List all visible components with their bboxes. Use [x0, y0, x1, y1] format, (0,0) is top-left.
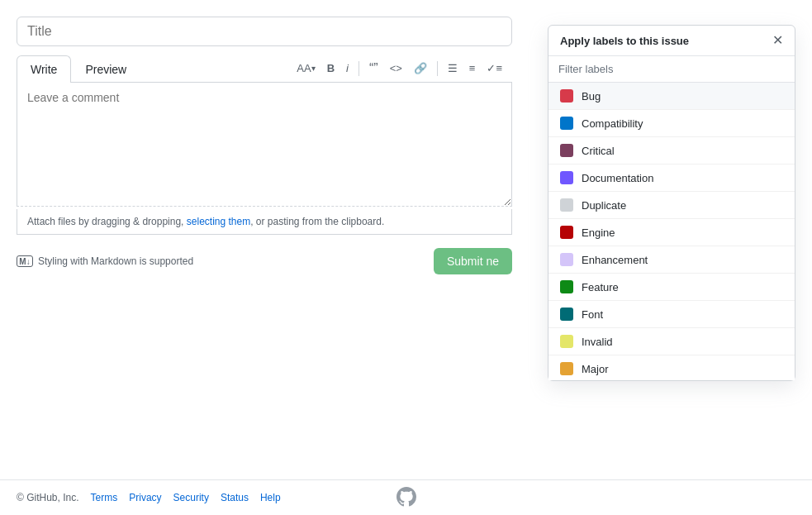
- labels-dropdown: Apply labels to this issue ✕ BugCompatib…: [548, 25, 795, 381]
- toolbar-separator-1: [359, 61, 359, 76]
- label-name: Invalid: [582, 336, 613, 348]
- label-item[interactable]: Enhancement: [548, 246, 795, 274]
- label-color-dot: [560, 117, 573, 130]
- label-color-dot: [560, 335, 573, 348]
- footer-link-security[interactable]: Security: [173, 492, 209, 503]
- label-item[interactable]: Compatibility: [548, 110, 795, 137]
- markdown-text: Styling with Markdown is supported: [38, 255, 193, 267]
- dropdown-header: Apply labels to this issue ✕: [548, 26, 795, 56]
- footer-link-terms[interactable]: Terms: [91, 492, 118, 503]
- label-item[interactable]: Invalid: [548, 328, 795, 355]
- toolbar-separator-2: [437, 61, 438, 76]
- label-name: Major: [582, 363, 609, 375]
- editor-toolbar: AA ▾ B i “” <> 🔗 ☰ ≡ ✓≡: [287, 56, 512, 81]
- tab-write[interactable]: Write: [17, 55, 71, 83]
- attach-text-after: , or pasting from the clipboard.: [250, 216, 384, 227]
- labels-list: BugCompatibilityCriticalDocumentationDup…: [548, 83, 795, 380]
- label-name: Enhancement: [582, 254, 648, 266]
- label-item[interactable]: Critical: [548, 137, 795, 165]
- label-name: Critical: [582, 145, 615, 157]
- label-name: Font: [582, 308, 603, 321]
- selecting-them-link[interactable]: selecting them: [187, 216, 250, 227]
- label-item[interactable]: Font: [548, 301, 795, 328]
- attach-files-area: Attach files by dragging & dropping, sel…: [17, 209, 512, 235]
- page-wrapper: Write Preview AA ▾ B i “” <> 🔗 ☰: [0, 0, 812, 515]
- attach-text-before: Attach files by dragging & dropping,: [27, 216, 187, 227]
- label-color-dot: [560, 144, 573, 157]
- label-color-dot: [560, 198, 573, 212]
- dropdown-title: Apply labels to this issue: [560, 35, 689, 47]
- task-list-button[interactable]: ✓≡: [483, 60, 506, 76]
- main-content: Write Preview AA ▾ B i “” <> 🔗 ☰: [0, 0, 529, 281]
- label-name: Feature: [582, 281, 619, 293]
- tab-preview[interactable]: Preview: [71, 55, 140, 83]
- label-color-dot: [560, 280, 573, 293]
- footer-link-status[interactable]: Status: [221, 492, 249, 503]
- label-item[interactable]: Bug: [548, 83, 795, 110]
- label-name: Documentation: [582, 172, 653, 184]
- label-color-dot: [560, 226, 573, 239]
- label-name: Duplicate: [582, 199, 626, 212]
- quote-button[interactable]: “”: [366, 60, 382, 78]
- company-name: © GitHub, Inc.: [17, 492, 79, 503]
- label-item[interactable]: Major: [548, 355, 795, 380]
- filter-labels-input[interactable]: [548, 56, 795, 83]
- label-name: Engine: [582, 227, 615, 239]
- link-button[interactable]: 🔗: [411, 60, 430, 76]
- markdown-icon: M↓: [17, 255, 33, 267]
- label-color-dot: [560, 362, 573, 375]
- editor-tabs: Write Preview AA ▾ B i “” <> 🔗 ☰: [17, 55, 512, 83]
- comment-textarea[interactable]: [17, 83, 512, 207]
- github-logo: [397, 487, 416, 509]
- footer-link-privacy[interactable]: Privacy: [129, 492, 161, 503]
- label-name: Compatibility: [582, 117, 643, 130]
- bold-button[interactable]: B: [324, 60, 338, 76]
- label-item[interactable]: Engine: [548, 219, 795, 246]
- list-ordered-button[interactable]: ≡: [466, 60, 479, 76]
- label-item[interactable]: Documentation: [548, 165, 795, 192]
- bottom-bar: M↓ Styling with Markdown is supported Su…: [17, 241, 512, 281]
- submit-button[interactable]: Submit ne: [434, 248, 512, 274]
- label-color-dot: [560, 308, 573, 321]
- label-item[interactable]: Feature: [548, 274, 795, 301]
- heading-button[interactable]: AA ▾: [293, 60, 318, 76]
- title-input[interactable]: [17, 17, 512, 46]
- code-button[interactable]: <>: [387, 60, 406, 76]
- list-unordered-button[interactable]: ☰: [444, 60, 461, 76]
- dropdown-close-button[interactable]: ✕: [772, 34, 783, 47]
- label-color-dot: [560, 171, 573, 184]
- footer-link-help[interactable]: Help: [260, 492, 281, 503]
- markdown-note: M↓ Styling with Markdown is supported: [17, 255, 193, 267]
- label-color-dot: [560, 253, 573, 266]
- label-color-dot: [560, 89, 573, 103]
- footer: © GitHub, Inc. Terms Privacy Security St…: [0, 479, 812, 515]
- italic-button[interactable]: i: [343, 60, 352, 76]
- label-item[interactable]: Duplicate: [548, 192, 795, 219]
- label-name: Bug: [582, 90, 601, 103]
